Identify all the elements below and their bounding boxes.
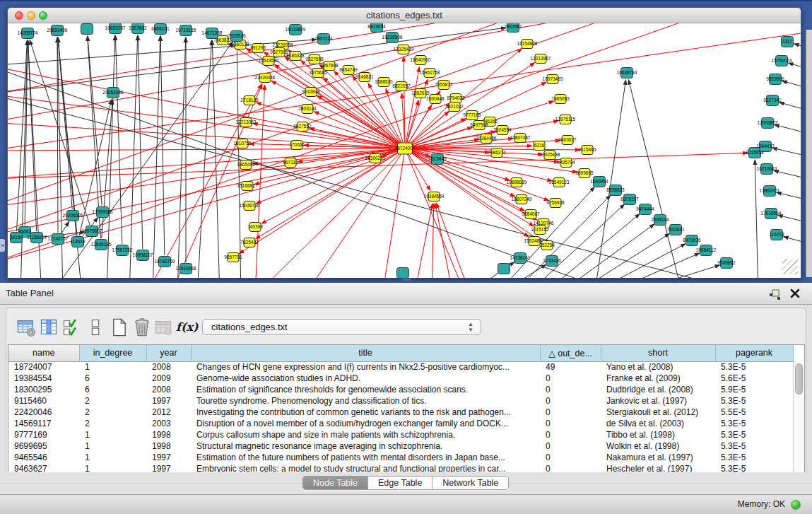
network-node[interactable]: 15046736 — [240, 201, 260, 211]
network-node[interactable]: 1640954 — [590, 177, 608, 187]
network-node[interactable] — [498, 264, 510, 274]
network-node[interactable]: 16961758 — [420, 69, 440, 78]
table-cell[interactable]: Genome-wide association studies in ADHD. — [191, 373, 540, 384]
network-node[interactable]: 867110 — [283, 158, 298, 168]
network-node[interactable]: 116753 — [769, 230, 784, 240]
network-node[interactable]: 6379197 — [620, 194, 639, 205]
panel-collapse-arrow-icon[interactable]: ◂ — [0, 239, 5, 252]
memory-status-indicator[interactable] — [791, 500, 801, 510]
table-cell[interactable]: Tourette syndrome. Phenomenology and cla… — [191, 395, 540, 407]
network-node[interactable]: 2803144 — [298, 105, 317, 114]
network-node[interactable]: 9495794 — [557, 158, 575, 168]
network-node[interactable]: 1990448 — [426, 95, 445, 104]
table-cell[interactable]: 2012 — [146, 407, 191, 418]
network-node[interactable]: 6822057 — [392, 82, 411, 91]
network-node[interactable]: 9329966 — [766, 74, 784, 85]
network-node[interactable]: 1244413 — [756, 141, 775, 152]
network-node[interactable]: 10719155 — [176, 25, 196, 36]
table-cell[interactable]: 18300295 — [8, 384, 79, 395]
column-header-in_degree[interactable]: in_degree — [79, 345, 146, 361]
network-node[interactable]: 7832621 — [666, 225, 685, 235]
table-cell[interactable]: Changes of HCN gene expression and I(f) … — [191, 361, 540, 373]
network-node[interactable]: 17359928 — [93, 207, 113, 218]
network-node[interactable]: 9463627 — [558, 136, 577, 145]
table-row[interactable]: 911546021997Tourette syndrome. Phenomeno… — [8, 395, 793, 407]
table-cell[interactable]: Disruption of a novel member of a sodium… — [191, 418, 540, 429]
network-window-titlebar[interactable]: citations_edges.txt — [8, 8, 801, 23]
table-cell[interactable]: 1997 — [146, 452, 191, 463]
table-cell[interactable]: 6 — [79, 384, 146, 395]
network-node[interactable]: 9242848 — [302, 88, 320, 97]
table-cell[interactable]: 49 — [540, 361, 601, 373]
network-node[interactable]: 10807487 — [510, 134, 531, 143]
float-panel-icon[interactable] — [768, 288, 781, 300]
table-selector[interactable]: citations_edges.txt ▲▼ — [202, 319, 481, 335]
network-node[interactable]: 8454749 — [339, 66, 358, 75]
network-node[interactable]: 2887682 — [504, 23, 522, 33]
table-cell[interactable]: 2008 — [146, 384, 191, 395]
table-cell[interactable]: 2009 — [146, 373, 191, 384]
network-node[interactable]: 17016504 — [761, 209, 782, 219]
network-node[interactable]: 1810755 — [233, 139, 252, 148]
table-scrollbar[interactable] — [793, 362, 804, 475]
network-node[interactable]: 1733426 — [543, 256, 561, 267]
network-node[interactable]: 14055724 — [18, 28, 38, 39]
table-cell[interactable]: 0 — [540, 395, 601, 407]
network-node[interactable]: 16543582 — [259, 57, 279, 66]
network-node[interactable]: 2935114 — [652, 215, 669, 226]
network-canvas[interactable]: 1872400718300295193845547663822936012889… — [8, 23, 801, 278]
network-node[interactable]: 12325419 — [394, 45, 414, 54]
table-cell[interactable]: 5.5E-5 — [715, 407, 793, 418]
table-row[interactable]: 1872400712008Changes of HCN gene express… — [8, 361, 793, 373]
table-cell[interactable]: 0 — [540, 440, 601, 452]
table-row[interactable]: 2242004622012Investigating the contribut… — [8, 407, 793, 418]
network-node[interactable]: 7485063 — [551, 95, 570, 104]
tab-node-table[interactable]: Node Table — [303, 477, 368, 490]
network-node[interactable]: 2718126 — [240, 96, 259, 105]
network-node[interactable]: 16549123 — [549, 178, 570, 187]
table-cell[interactable]: 0 — [540, 384, 601, 395]
network-node[interactable]: 39159 — [10, 233, 23, 243]
network-node[interactable]: 8427552 — [293, 122, 312, 132]
table-cell[interactable]: Franke et al. (2009) — [601, 373, 715, 384]
network-node[interactable]: 18807249 — [512, 195, 532, 204]
network-node[interactable]: 9146821 — [355, 73, 374, 82]
table-cell[interactable]: 6 — [79, 373, 146, 384]
network-node[interactable]: 1621022 — [445, 103, 464, 112]
network-node[interactable]: 12975115 — [555, 115, 576, 124]
table-cell[interactable]: 0 — [540, 452, 601, 463]
table-cell[interactable]: 2008 — [146, 361, 191, 373]
network-node[interactable]: 9699695 — [575, 169, 594, 178]
table-cell[interactable]: Jankovic et al. (1997) — [601, 395, 715, 407]
table-settings-icon[interactable] — [16, 317, 36, 337]
network-node[interactable]: 8186328 — [286, 52, 305, 61]
network-node[interactable]: 16210643 — [757, 164, 777, 175]
network-node[interactable]: 10025438 — [540, 151, 560, 160]
table-cell[interactable]: 1 — [79, 429, 146, 440]
table-cell[interactable]: 5.9E-5 — [715, 384, 793, 395]
table-cell[interactable]: 1 — [79, 452, 146, 463]
network-node[interactable]: 16782759 — [155, 257, 175, 267]
column-header-title[interactable]: title — [191, 345, 540, 361]
network-node[interactable]: 10688639 — [507, 178, 527, 187]
network-node[interactable]: 9474444 — [636, 204, 654, 215]
table-cell[interactable]: 0 — [540, 407, 601, 418]
table-cell[interactable]: 9777169 — [8, 429, 79, 440]
network-node[interactable]: 12213967 — [531, 54, 551, 64]
network-node[interactable]: 6466161 — [151, 24, 170, 35]
column-header-out_de[interactable]: △ out_de... — [540, 345, 601, 361]
network-node[interactable]: 891295 — [250, 44, 266, 53]
table-row[interactable]: 1938455462009Genome-wide association stu… — [8, 373, 793, 384]
network-node[interactable]: 16033809 — [286, 25, 306, 35]
network-node[interactable]: 1527602 — [129, 23, 147, 34]
network-node[interactable]: 17957252 — [112, 245, 133, 256]
table-cell[interactable]: Dudbridge et al. (2008) — [601, 384, 715, 395]
network-node[interactable]: 23420046 — [255, 74, 276, 83]
table-cell[interactable]: 9115460 — [8, 395, 79, 407]
row-height-icon[interactable] — [86, 317, 105, 337]
table-cell[interactable]: Stergiakouli et al. (2012) — [601, 407, 715, 418]
table-row[interactable]: 946554611997Estimation of the future num… — [8, 452, 793, 463]
network-node[interactable]: 15751074 — [772, 56, 792, 66]
window-resize-grip-icon[interactable] — [782, 259, 798, 274]
new-table-icon[interactable] — [110, 317, 129, 337]
